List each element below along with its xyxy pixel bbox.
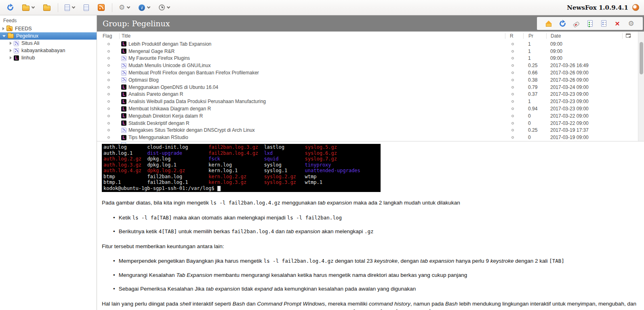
chevron-down-icon[interactable] [127,5,130,8]
flag-circle-icon[interactable] [107,43,110,45]
read-circle-icon[interactable] [511,122,514,124]
read-cell[interactable] [505,122,523,124]
flag-circle-icon[interactable] [107,129,110,131]
read-circle-icon[interactable] [511,79,514,81]
read-cell[interactable] [505,57,523,59]
table-scrollbar[interactable] [638,32,644,141]
home-button[interactable] [542,20,556,27]
title-cell[interactable]: Optimasi Blog [119,77,505,83]
title-cell[interactable]: LMengenal Gage R&R [119,49,505,54]
read-cell[interactable] [505,93,523,95]
flag-cell[interactable] [97,129,119,131]
read-cell[interactable] [505,86,523,89]
article-row[interactable]: LAnalisis Pareto dengan R0.372017-03-23 … [97,91,644,98]
chevron-down-icon[interactable] [32,5,35,8]
read-circle-icon[interactable] [511,57,514,59]
title-cell[interactable]: Mudah Menulis Unicode di GNU/Linux [119,63,505,68]
article-row[interactable]: Mengakses Situs Terblokir dengan DNSCryp… [97,127,644,134]
tag-button[interactable] [569,21,583,26]
title-cell[interactable]: Mengakses Situs Terblokir dengan DNSCryp… [119,127,505,133]
sidebar-item-linhub[interactable]: Llinhub [0,54,97,61]
flag-circle-icon[interactable] [107,50,110,53]
chevron-down-icon[interactable] [72,5,75,8]
flag-cell[interactable] [97,64,119,67]
rss-button[interactable] [95,2,107,13]
column-header-flag[interactable]: Flag [97,33,119,39]
flag-cell[interactable] [97,93,119,95]
read-circle-icon[interactable] [511,136,514,139]
read-cell[interactable] [505,79,523,81]
article-row[interactable]: LLebih Produktif dengan Tab Expansion109… [97,40,644,48]
flag-cell[interactable] [97,108,119,110]
flag-cell[interactable] [97,72,119,74]
flag-circle-icon[interactable] [107,108,110,110]
read-cell[interactable] [505,129,523,131]
sidebar-item-kabayankababayan[interactable]: kabayankababayan [0,47,97,54]
column-header-title[interactable]: Title [119,33,505,39]
flag-cell[interactable] [97,57,119,59]
read-cell[interactable] [505,108,523,110]
flag-cell[interactable] [97,79,119,81]
title-cell[interactable]: LMengubah Direktori Kerja dalam R [119,113,505,119]
column-header-r[interactable]: R [505,33,523,39]
expander-icon[interactable] [2,27,4,30]
title-cell[interactable]: LMembuat Ishikawa Diagram dengan R [119,106,505,112]
read-circle-icon[interactable] [511,108,514,110]
article-row[interactable]: LMengubah Direktori Kerja dalam R02017-0… [97,112,644,120]
read-circle-icon[interactable] [511,43,514,45]
info-button[interactable]: i [136,3,152,13]
flag-circle-icon[interactable] [107,79,110,81]
article-row[interactable]: LMembuat Ishikawa Diagram dengan R0.9420… [97,105,644,112]
flag-cell[interactable] [97,50,119,53]
read-circle-icon[interactable] [511,50,514,53]
sidebar-item-feeds[interactable]: FEEDS [0,25,97,32]
read-circle-icon[interactable] [511,115,514,117]
flag-cell[interactable] [97,115,119,117]
flag-circle-icon[interactable] [107,64,110,67]
title-cell[interactable]: LAnalisis Pareto dengan R [119,91,505,97]
title-cell[interactable]: My Favourite Firefox Plugins [119,55,505,61]
expander-icon[interactable] [10,42,12,45]
flag-circle-icon[interactable] [107,72,110,74]
delete-feed-button[interactable] [81,3,91,13]
group-options-button[interactable]: ⚙ [624,20,638,27]
add-feed-button[interactable] [62,3,77,13]
title-cell[interactable]: Membuat Profil Firefox dengan Bantuan Fi… [119,70,505,76]
article-row[interactable]: LStatistik Deskriptif dengan R02017-03-2… [97,120,644,127]
read-circle-icon[interactable] [511,93,514,95]
article-row[interactable]: LMengenal Gage R&R109:00 [97,48,644,55]
read-circle-icon[interactable] [511,72,514,74]
add-group-button[interactable] [20,2,37,13]
flag-circle-icon[interactable] [107,100,110,103]
article-row[interactable]: Membuat Profil Firefox dengan Bantuan Fi… [97,69,644,76]
read-cell[interactable] [505,72,523,74]
article-row[interactable]: LMenggunakan OpenDNS di Ubuntu 16.040.79… [97,84,644,91]
title-cell[interactable]: LAnalisis Weibull pada Data Produksi Per… [119,99,505,104]
flag-cell[interactable] [97,122,119,124]
flag-circle-icon[interactable] [107,115,110,117]
column-picker-button[interactable] [622,33,638,39]
flag-cell[interactable] [97,100,119,103]
flag-circle-icon[interactable] [107,122,110,124]
flag-circle-icon[interactable] [107,57,110,59]
expander-icon[interactable] [10,49,12,52]
sidebar-item-pegelinux[interactable]: Pegelinux [0,32,97,40]
read-circle-icon[interactable] [511,64,514,67]
article-row[interactable]: LAnalisis Weibull pada Data Produksi Per… [97,98,644,105]
sidebar-item-situs-ali[interactable]: Situs Ali [0,40,97,47]
article-info-button[interactable] [597,20,610,27]
read-cell[interactable] [505,100,523,103]
flag-cell[interactable] [97,136,119,139]
flag-circle-icon[interactable] [107,93,110,95]
article-row[interactable]: LTips Menggunakan RStudio02017-03-19 09:… [97,134,644,141]
column-header-date[interactable]: Date [546,33,622,39]
article-row[interactable]: Optimasi Blog0.382017-03-26 09:00 [97,76,644,84]
history-button[interactable] [156,3,172,12]
expander-icon[interactable] [10,56,12,59]
check-feeds-button[interactable] [5,3,16,12]
flag-cell[interactable] [97,43,119,45]
delete-article-button[interactable]: ✕ [610,21,624,27]
read-cell[interactable] [505,115,523,117]
table-scrollbar-thumb[interactable] [640,42,643,74]
article-row[interactable]: Mudah Menulis Unicode di GNU/Linux0.2520… [97,62,644,69]
